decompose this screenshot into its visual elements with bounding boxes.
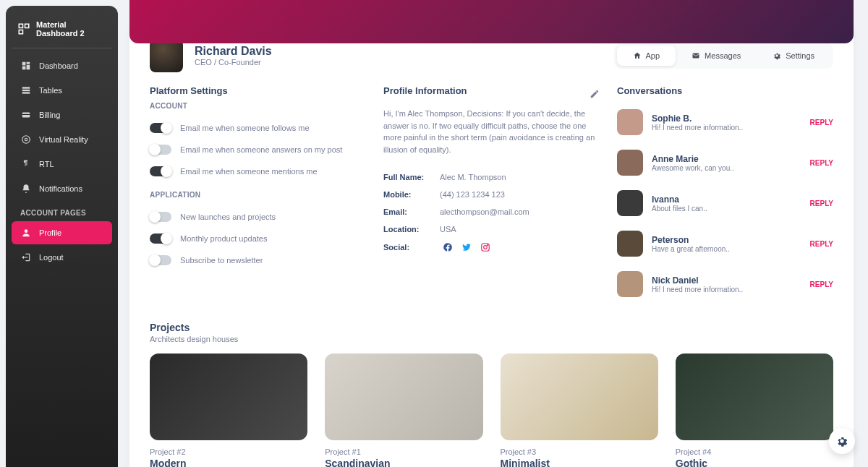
project-image[interactable] <box>501 354 658 440</box>
toggle-switch[interactable] <box>150 145 171 155</box>
svg-rect-7 <box>22 87 30 88</box>
reply-button[interactable]: REPLY <box>810 159 833 167</box>
project-image[interactable] <box>150 354 307 440</box>
tab-label: Messages <box>705 51 741 60</box>
avatar[interactable] <box>617 190 643 216</box>
conversation-sub: About files I can.. <box>652 205 801 213</box>
bell-icon <box>20 183 32 194</box>
main-content: Richard Davis CEO / Co-Founder AppMessag… <box>124 0 868 467</box>
toggle-row-app-2: Subscribe to newsletter <box>150 249 366 271</box>
facebook-icon[interactable] <box>443 242 453 252</box>
project-image[interactable] <box>325 354 482 440</box>
project-card: Project #2ModernAs Uber works through a … <box>150 354 307 467</box>
conversation-item: PetersonHave a great afternoon..REPLY <box>617 223 833 264</box>
mail-icon <box>692 51 700 60</box>
profile-information: Profile Information Hi, I'm Alec Thompso… <box>383 85 600 304</box>
platform-settings: Platform Settings ACCOUNT Email me when … <box>150 85 366 304</box>
info-title: Profile Information <box>383 85 467 96</box>
reply-button[interactable]: REPLY <box>810 119 833 127</box>
avatar[interactable] <box>617 109 643 135</box>
conversation-sub: Awesome work, can you.. <box>652 164 801 172</box>
conversation-item: IvannaAbout files I can..REPLY <box>617 183 833 223</box>
tab-label: App <box>646 51 660 60</box>
sidebar-item-billing[interactable]: Billing <box>12 103 112 127</box>
tables-icon <box>20 85 32 96</box>
nav-section-label: ACCOUNT PAGES <box>12 200 112 221</box>
reply-button[interactable]: REPLY <box>810 200 833 207</box>
project-card: Project #4GothicWhy would anyone pick bl… <box>676 354 833 467</box>
toggle-label: Monthly product updates <box>180 234 267 243</box>
sidebar-item-tables[interactable]: Tables <box>12 79 112 102</box>
avatar[interactable] <box>617 271 643 297</box>
brand[interactable]: Material Dashboard 2 <box>12 17 112 48</box>
twitter-icon[interactable] <box>461 242 472 252</box>
project-tag: Project #3 <box>501 447 658 456</box>
label-email: Email: <box>383 207 434 216</box>
sidebar-item-notifications[interactable]: Notifications <box>12 177 112 200</box>
label-location: Location: <box>383 225 434 234</box>
sidebar-item-virtual-reality[interactable]: Virtual Reality <box>12 128 112 151</box>
svg-rect-15 <box>693 53 699 59</box>
project-image[interactable] <box>676 354 833 440</box>
toggle-switch[interactable] <box>150 123 171 133</box>
conversation-name: Ivanna <box>652 194 801 205</box>
profile-name: Richard Davis <box>195 45 272 58</box>
svg-rect-0 <box>19 24 22 27</box>
toggle-label: Email me when someone follows me <box>180 124 310 132</box>
project-card: Project #1ScandinavianMusic is something… <box>325 354 482 467</box>
sidebar-item-label: Logout <box>39 253 64 262</box>
projects-grid: Project #2ModernAs Uber works through a … <box>150 354 833 467</box>
avatar[interactable] <box>617 231 643 257</box>
toggle-row-account-2: Email me when someone mentions me <box>150 160 366 182</box>
toggle-switch[interactable] <box>150 166 171 176</box>
project-name: Minimalist <box>501 458 658 467</box>
conversation-name: Peterson <box>652 235 801 245</box>
value-location: USA <box>440 225 456 234</box>
person-icon <box>20 227 32 239</box>
tab-messages[interactable]: Messages <box>676 46 757 66</box>
sidebar-item-rtl[interactable]: RTL <box>12 153 112 176</box>
tab-settings[interactable]: Settings <box>757 46 830 66</box>
sidebar-item-label: Tables <box>39 86 62 95</box>
nav-account: ProfileLogout <box>12 221 112 269</box>
tab-app[interactable]: App <box>617 46 676 66</box>
conversation-sub: Hi! I need more information.. <box>652 124 801 132</box>
reply-button[interactable]: REPLY <box>810 240 833 248</box>
toggle-switch[interactable] <box>150 234 171 244</box>
account-label: ACCOUNT <box>150 102 366 110</box>
home-icon <box>633 51 642 60</box>
settings-fab[interactable] <box>829 428 855 454</box>
toggle-switch[interactable] <box>150 255 171 265</box>
edit-icon[interactable] <box>590 89 600 99</box>
conversation-name: Sophie B. <box>652 113 801 124</box>
sidebar-item-logout[interactable]: Logout <box>12 246 112 269</box>
sidebar-item-profile[interactable]: Profile <box>12 221 112 244</box>
conversations: Conversations Sophie B.Hi! I need more i… <box>617 85 833 304</box>
label-fullname: Full Name: <box>383 173 434 181</box>
svg-rect-11 <box>22 114 30 115</box>
svg-point-14 <box>25 229 28 233</box>
projects-subtitle: Architects design houses <box>150 335 833 343</box>
vr-icon <box>20 134 32 145</box>
avatar[interactable] <box>617 150 643 176</box>
profile-avatar[interactable] <box>150 39 183 72</box>
profile-header: Richard Davis CEO / Co-Founder AppMessag… <box>150 39 833 85</box>
conversation-item: Anne MarieAwesome work, can you..REPLY <box>617 142 833 183</box>
brand-label: Material Dashboard 2 <box>36 20 106 38</box>
conversations-title: Conversations <box>617 85 833 96</box>
reply-button[interactable]: REPLY <box>810 280 833 288</box>
billing-icon <box>20 109 32 121</box>
sidebar-item-label: Profile <box>39 228 61 237</box>
toggle-switch[interactable] <box>150 212 171 222</box>
sidebar-item-dashboard[interactable]: Dashboard <box>12 54 112 77</box>
settings-title: Platform Settings <box>150 85 366 96</box>
projects-header: Projects Architects design houses <box>150 322 833 343</box>
svg-rect-9 <box>22 92 30 93</box>
banner <box>129 0 854 43</box>
conversation-item: Nick DanielHi! I need more information..… <box>617 264 833 304</box>
conversation-name: Nick Daniel <box>652 275 801 286</box>
conversation-item: Sophie B.Hi! I need more information..RE… <box>617 102 833 142</box>
nav-main: DashboardTablesBillingVirtual RealityRTL… <box>12 54 112 200</box>
sidebar-item-label: Dashboard <box>39 61 78 70</box>
instagram-icon[interactable] <box>480 242 490 252</box>
